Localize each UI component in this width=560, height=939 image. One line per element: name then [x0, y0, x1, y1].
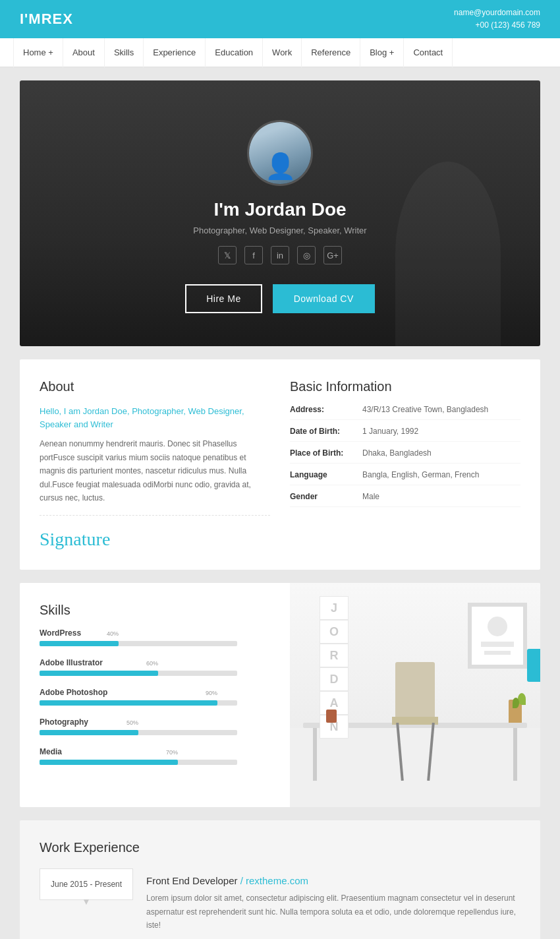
skill-bar-fill [40, 760, 178, 765]
language-label: Language [290, 470, 362, 479]
gender-label: Gender [290, 492, 362, 501]
logo: I'MREX [20, 11, 73, 28]
google-plus-icon[interactable]: G+ [323, 246, 342, 264]
skills-left: Skills WordPress Adobe Illustrator Adobe… [20, 583, 290, 807]
skills-illustration: J O R D A N [290, 583, 540, 807]
job-description: Lorem ipsum dolor sit amet, consectetur … [146, 892, 520, 932]
skill-name: Photography [40, 717, 270, 727]
skills-list: WordPress Adobe Illustrator Adobe Photos… [40, 628, 270, 765]
nav-about[interactable]: About [63, 38, 105, 67]
skill-item: Adobe Illustrator [40, 658, 270, 676]
experience-section: Work Experience June 2015 - Present Fron… [20, 820, 540, 939]
twitter-icon[interactable]: 𝕏 [218, 246, 237, 264]
about-text: Aenean nonummy hendrerit mauris. Donec s… [40, 437, 270, 504]
about-title: About [40, 379, 270, 394]
pob-value: Dhaka, Bangladesh [362, 448, 432, 458]
gender-value: Male [362, 492, 379, 501]
info-row-language: Language Bangla, English, German, French [290, 470, 520, 485]
pob-label: Place of Birth: [290, 448, 362, 458]
skill-bar-fill [40, 730, 138, 735]
skill-bar-fill [40, 700, 217, 706]
nav-contact[interactable]: Contact [404, 38, 453, 67]
about-left: About Hello, I am Jordan Doe, Photograph… [40, 379, 270, 550]
skill-item: Media [40, 747, 270, 765]
nav-blog[interactable]: Blog + [360, 38, 404, 67]
skill-item: Photography [40, 717, 270, 735]
hero-title: Photographer, Web Designer, Speaker, Wri… [40, 226, 520, 235]
info-table: Address: 43/R/13 Creative Town, Banglade… [290, 405, 520, 507]
navbar: Home + About Skills Experience Education… [0, 38, 560, 67]
skill-bar-fill [40, 671, 158, 676]
dob-value: 1 January, 1992 [362, 427, 418, 436]
nav-work[interactable]: Work [263, 38, 302, 67]
timeline-item: June 2015 - Present Front End Developer … [40, 868, 520, 938]
info-row-address: Address: 43/R/13 Creative Town, Banglade… [290, 405, 520, 420]
skill-bar-bg [40, 760, 237, 765]
instagram-icon[interactable]: ◎ [297, 246, 316, 264]
linkedin-icon[interactable]: in [271, 246, 289, 264]
nav-reference[interactable]: Reference [302, 38, 360, 67]
about-divider [40, 515, 270, 516]
hero-buttons: Hire Me Download CV [40, 284, 520, 313]
skill-name: Adobe Photoshop [40, 688, 270, 697]
timeline-date: June 2015 - Present [40, 868, 133, 900]
hire-me-button[interactable]: Hire Me [185, 284, 262, 313]
language-value: Bangla, English, German, French [362, 470, 479, 479]
address-value: 43/R/13 Creative Town, Bangladesh [362, 405, 488, 414]
info-row-gender: Gender Male [290, 492, 520, 507]
contact-email: name@yourdomain.com [454, 7, 540, 19]
skill-name: WordPress [40, 628, 270, 638]
nav-skills[interactable]: Skills [105, 38, 144, 67]
basic-info: Basic Information Address: 43/R/13 Creat… [290, 379, 520, 550]
about-section: About Hello, I am Jordan Doe, Photograph… [20, 359, 540, 570]
info-row-dob: Date of Birth: 1 January, 1992 [290, 427, 520, 442]
skill-bar-bg [40, 641, 237, 646]
company-link[interactable]: / rextheme.com [240, 875, 308, 886]
desk-image: J O R D A N [290, 583, 540, 807]
skill-name: Media [40, 747, 270, 756]
job-title: Front End Developer / rextheme.com [146, 875, 520, 886]
timeline: June 2015 - Present Front End Developer … [40, 868, 520, 939]
signature: Signature [40, 529, 270, 550]
skill-item: WordPress [40, 628, 270, 646]
avatar: 👤 [247, 120, 313, 186]
basic-info-title: Basic Information [290, 379, 520, 394]
skill-bar-bg [40, 700, 237, 706]
experience-title: Work Experience [40, 840, 520, 855]
about-highlight: Hello, I am Jordan Doe, Photographer, We… [40, 405, 270, 431]
header-contact: name@yourdomain.com +00 (123) 456 789 [454, 7, 540, 32]
skill-bar-bg [40, 730, 237, 735]
nav-education[interactable]: Education [206, 38, 263, 67]
info-row-pob: Place of Birth: Dhaka, Bangladesh [290, 448, 520, 464]
dob-label: Date of Birth: [290, 427, 362, 436]
skill-bar-bg [40, 671, 237, 676]
hero-section: 👤 I'm Jordan Doe Photographer, Web Desig… [20, 80, 540, 346]
download-cv-button[interactable]: Download CV [273, 284, 375, 313]
social-icons-row: 𝕏 f in ◎ G+ [40, 246, 520, 264]
contact-phone: +00 (123) 456 789 [454, 19, 540, 32]
skills-title: Skills [40, 603, 270, 618]
nav-home[interactable]: Home + [13, 38, 63, 67]
nav-experience[interactable]: Experience [144, 38, 206, 67]
timeline-content: Front End Developer / rextheme.com Lorem… [146, 868, 520, 938]
address-label: Address: [290, 405, 362, 414]
avatar-image: 👤 [249, 122, 311, 184]
hero-name: I'm Jordan Doe [40, 199, 520, 220]
skill-item: Adobe Photoshop [40, 688, 270, 706]
skill-bar-fill [40, 641, 119, 646]
skills-section: Skills WordPress Adobe Illustrator Adobe… [20, 583, 540, 807]
cyan-decoration [527, 649, 540, 682]
facebook-icon[interactable]: f [244, 246, 263, 264]
header: I'MREX name@yourdomain.com +00 (123) 456… [0, 0, 560, 38]
